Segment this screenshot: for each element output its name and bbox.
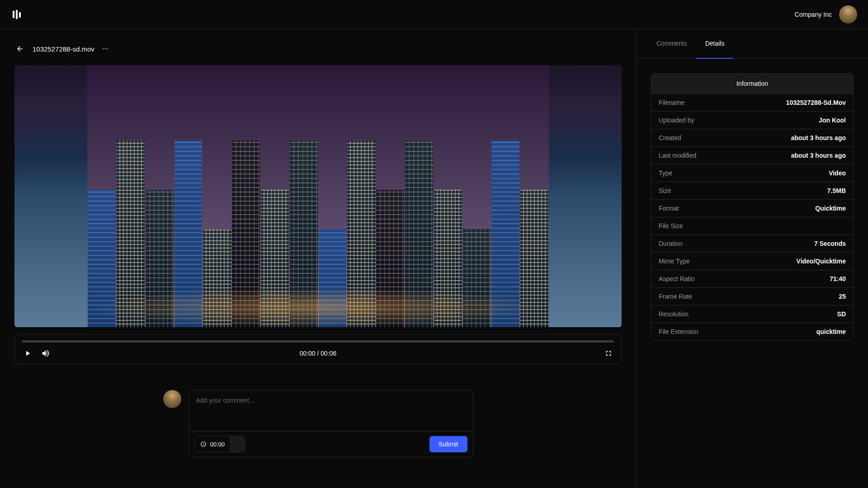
info-value: Video/Quicktime [797,258,846,265]
info-label: Last modified [659,152,696,159]
info-value: 1032527288-Sd.Mov [786,99,846,106]
more-options-button[interactable] [100,43,111,54]
filename-title: 1032527288-sd.mov [33,45,94,53]
fullscreen-button[interactable] [603,348,614,359]
svg-point-4 [104,48,106,50]
comment-footer: 00:00 Submit [189,431,473,457]
tab-content: Information Filename1032527288-Sd.MovUpl… [637,59,868,488]
svg-rect-1 [16,10,18,19]
clock-icon [200,441,207,447]
header-right: Company Inc [795,5,857,23]
volume-button[interactable] [40,348,51,359]
info-label: Created [659,134,681,141]
info-row: File Size [651,217,853,235]
info-row: Mime TypeVideo/Quicktime [651,253,853,270]
info-label: Duration [659,240,683,247]
app-header: Company Inc [0,0,868,29]
info-panel: Information Filename1032527288-Sd.MovUpl… [651,73,854,341]
info-header: Information [651,74,853,94]
main-container: 1032527288-sd.mov [0,29,868,488]
progress-bar[interactable] [22,340,614,343]
info-label: Size [659,187,671,194]
info-label: Resolution [659,310,689,318]
info-value: 25 [839,293,846,300]
info-value: SD [837,310,846,318]
info-label: File Extension [659,328,698,335]
info-value: Jon Kool [819,117,846,124]
comment-avatar [163,390,181,408]
timestamp-control: 00:00 [194,436,245,452]
svg-point-5 [107,48,108,50]
info-label: Format [659,205,679,212]
info-label: Uploaded by [659,117,694,124]
app-logo[interactable] [11,8,24,21]
info-value: about 3 hours ago [791,152,846,159]
info-label: Frame Rate [659,293,692,300]
timestamp-toggle[interactable] [230,436,245,452]
info-label: Mime Type [659,258,689,265]
info-value: 7 Seconds [814,240,846,247]
volume-icon [41,349,50,358]
company-name: Company Inc [795,11,832,18]
controls-left [22,348,51,359]
content-header: 1032527288-sd.mov [14,43,622,54]
svg-point-3 [103,48,104,50]
video-frame[interactable] [14,65,622,327]
info-row: ResolutionSD [651,305,853,323]
info-row: Size7.5MB [651,182,853,200]
info-row: Createdabout 3 hours ago [651,129,853,147]
info-row: File Extensionquicktime [651,323,853,340]
video-controls: 00:00 / 00:06 [14,334,622,365]
comment-input[interactable] [189,390,473,429]
info-row: TypeVideo [651,164,853,182]
content-area: 1032527288-sd.mov [0,29,637,488]
comment-box: 00:00 Submit [189,390,473,457]
tabs: Comments Details [637,29,868,59]
timestamp-label[interactable]: 00:00 [195,437,231,451]
submit-button[interactable]: Submit [429,436,467,452]
time-display: 00:00 / 00:06 [300,350,337,357]
info-value: quicktime [816,328,846,335]
sidebar: Comments Details Information Filename103… [637,29,868,488]
comment-section: 00:00 Submit [14,390,622,457]
svg-rect-0 [13,11,14,18]
timestamp-value: 00:00 [210,441,225,448]
video-container [14,65,622,327]
tab-details[interactable]: Details [696,29,734,59]
info-value: Video [829,169,846,177]
info-label: Filename [659,99,685,106]
info-row: Frame Rate25 [651,288,853,305]
info-label: File Size [659,222,683,230]
info-row: Duration7 Seconds [651,235,853,253]
info-label: Type [659,169,672,177]
info-row: FormatQuicktime [651,200,853,217]
fullscreen-icon [604,349,613,357]
back-button[interactable] [14,43,25,54]
info-label: Aspect Ratio [659,275,694,282]
info-row: Uploaded byJon Kool [651,112,853,129]
tab-comments[interactable]: Comments [647,29,696,59]
arrow-left-icon [16,45,24,53]
info-value: 71:40 [830,275,846,282]
info-row: Last modifiedabout 3 hours ago [651,147,853,164]
play-button[interactable] [22,348,33,359]
play-icon [24,349,32,357]
info-value: 7.5MB [827,187,846,194]
user-avatar[interactable] [839,5,857,23]
info-row: Aspect Ratio71:40 [651,270,853,288]
info-value: about 3 hours ago [791,134,846,141]
svg-rect-2 [19,12,21,18]
more-horizontal-icon [102,45,109,52]
info-row: Filename1032527288-Sd.Mov [651,94,853,112]
info-value: Quicktime [815,205,846,212]
